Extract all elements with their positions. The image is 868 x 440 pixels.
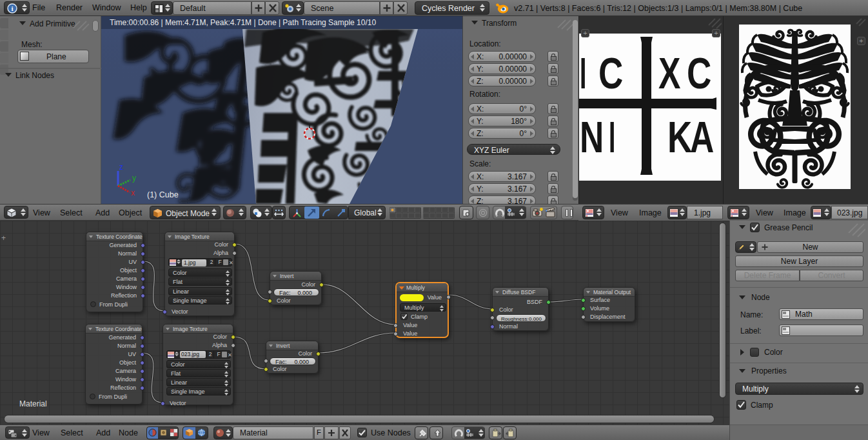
svg-text:(1) Cube: (1) Cube [147,190,179,199]
svg-text:I: I [609,112,615,162]
svg-text:z: z [119,163,123,172]
svg-text:K: K [667,113,692,162]
svg-text:N: N [580,112,604,162]
svg-text:X: X [658,48,680,98]
svg-text:x: x [131,188,135,197]
svg-text:C: C [598,49,623,98]
svg-text:A: A [690,112,714,162]
svg-text:y: y [132,174,136,183]
svg-text:C: C [687,49,711,98]
svg-text:i: i [11,5,13,12]
svg-text:I: I [580,48,586,98]
svg-text:Time:00:00.86 | Mem:4.71M, Pea: Time:00:00.86 | Mem:4.71M, Peak:4.71M | … [110,18,376,27]
